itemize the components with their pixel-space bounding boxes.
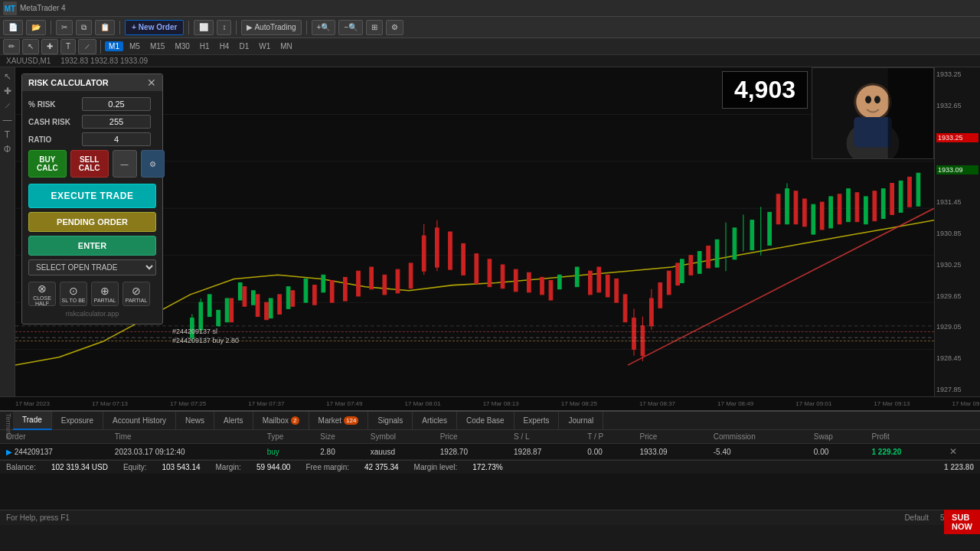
- svg-rect-13: [217, 310, 220, 325]
- hline-tool[interactable]: —: [2, 114, 14, 126]
- partial-btn[interactable]: ⊕ PARTIAL: [91, 282, 119, 306]
- tf-m1[interactable]: M1: [105, 41, 123, 51]
- cursor-tool[interactable]: ↖: [22, 39, 39, 54]
- cell-commission: -5.40: [707, 444, 808, 460]
- crosshair-tool[interactable]: ✚: [2, 85, 14, 97]
- svg-rect-46: [357, 271, 361, 296]
- calc-action-buttons: BUYCALC SELLCALC — ⚙: [28, 150, 156, 178]
- pending-order-btn[interactable]: PENDING ORDER: [28, 212, 156, 232]
- arrow-tool[interactable]: ↖: [2, 70, 14, 83]
- col-tp: T / P: [581, 430, 633, 444]
- tab-codebase[interactable]: Code Base: [457, 412, 514, 430]
- auto-trading-label: AutoTrading: [254, 23, 296, 31]
- tab-alerts[interactable]: Alerts: [214, 412, 253, 430]
- open-btn[interactable]: 📂: [26, 20, 46, 35]
- time-1: 17 Mar 07:13: [92, 400, 128, 407]
- svg-rect-18: [286, 287, 290, 309]
- cash-risk-input[interactable]: [82, 115, 151, 129]
- execute-trade-btn[interactable]: EXECUTE TRADE: [28, 184, 156, 208]
- svg-rect-15: [238, 283, 242, 301]
- svg-rect-77: [803, 199, 807, 227]
- svg-rect-30: [812, 204, 815, 234]
- fib-tool[interactable]: Φ: [2, 143, 14, 155]
- null-btn[interactable]: ⊘ PARTIAL: [122, 282, 150, 306]
- cross-tool[interactable]: ✚: [41, 39, 58, 54]
- paste-btn[interactable]: 📋: [95, 20, 115, 35]
- symbol-bar: XAUUSD,M1 1932.83 1932.83 1933.09: [0, 55, 980, 67]
- svg-rect-104: [888, 68, 933, 159]
- risk-calc-title: RISK CALCULATOR: [28, 78, 109, 87]
- chart-btn1[interactable]: ⬜: [194, 20, 214, 35]
- time-2: 17 Mar 07:25: [170, 400, 206, 407]
- tf-m15[interactable]: M15: [146, 41, 168, 51]
- select-open-trade[interactable]: SELECT OPEN TRADE: [28, 259, 156, 276]
- svg-rect-64: [606, 275, 609, 297]
- sell-calc-btn[interactable]: SELLCALC: [70, 150, 109, 178]
- dash-btn[interactable]: —: [113, 150, 137, 178]
- cell-profit: 1 229.20: [865, 444, 942, 460]
- tab-mailbox[interactable]: Mailbox 2: [253, 412, 309, 430]
- chart-btn2[interactable]: ↕: [217, 20, 231, 35]
- tf-h4[interactable]: H4: [216, 41, 234, 51]
- partial-label: PARTIAL: [94, 298, 116, 303]
- buy-calc-btn[interactable]: BUYCALC: [28, 150, 67, 178]
- template-btn[interactable]: ⚙: [386, 20, 403, 35]
- settings-btn[interactable]: ⚙: [141, 150, 165, 178]
- tab-experts[interactable]: Experts: [514, 412, 560, 430]
- time-12: 17 Mar 09:25: [952, 400, 980, 407]
- col-time: Time: [109, 430, 261, 444]
- tab-articles[interactable]: Articles: [413, 412, 457, 430]
- chart-props-btn[interactable]: ⊞: [366, 20, 383, 35]
- sub-now-label2: NOW: [952, 522, 972, 531]
- ratio-input[interactable]: [82, 132, 151, 146]
- tab-news[interactable]: News: [176, 412, 214, 430]
- tab-trade[interactable]: Trade: [13, 412, 52, 430]
- svg-rect-73: [689, 256, 693, 276]
- risk-percent-input[interactable]: [82, 97, 151, 111]
- tf-m5[interactable]: M5: [126, 41, 144, 51]
- sub-now-btn[interactable]: SUB NOW: [944, 510, 980, 534]
- terminal-tabs: Terminal Trade Exposure Account History …: [0, 412, 980, 430]
- tf-w1[interactable]: W1: [255, 41, 274, 51]
- status-default: Default: [904, 514, 929, 522]
- new-order-btn[interactable]: + New Order: [125, 20, 184, 35]
- svg-rect-81: [873, 191, 877, 221]
- auto-trading-btn[interactable]: ▶ AutoTrading: [241, 20, 301, 35]
- tab-signals[interactable]: Signals: [368, 412, 413, 430]
- chart-canvas[interactable]: RISK CALCULATOR ✕ % RISK CASH RISK RATIO: [15, 67, 934, 396]
- risk-calc-close-btn[interactable]: ✕: [147, 77, 156, 88]
- cell-close-action[interactable]: ✕: [943, 444, 980, 460]
- chart-toolbar: ✏ ↖ ✚ T ⟋ M1 M5 M15 M30 H1 H4 D1 W1 MN: [0, 38, 980, 55]
- close-trade-btn[interactable]: ✕: [949, 446, 957, 457]
- sub-now-label: SUB: [952, 513, 972, 522]
- cut-btn[interactable]: ✂: [56, 20, 73, 35]
- balance-label: Balance:: [6, 463, 36, 471]
- line-tool[interactable]: ⟋: [78, 39, 96, 54]
- svg-rect-79: [838, 194, 841, 224]
- tab-journal[interactable]: Journal: [559, 412, 603, 430]
- line-tool[interactable]: ⟋: [2, 99, 14, 112]
- tab-account-history[interactable]: Account History: [103, 412, 176, 430]
- copy-btn[interactable]: ⧉: [76, 20, 92, 35]
- text-tool[interactable]: T: [60, 39, 76, 54]
- svg-rect-72: [676, 263, 680, 285]
- text-tool[interactable]: T: [2, 129, 14, 141]
- close-half-icon: ⊗: [38, 282, 47, 295]
- free-margin-label: Free margin:: [305, 463, 349, 471]
- price-level-9: 1927.85: [936, 386, 978, 393]
- pencil-tool[interactable]: ✏: [3, 39, 20, 54]
- tf-h1[interactable]: H1: [196, 41, 214, 51]
- zoom-out-btn[interactable]: −🔍: [338, 20, 363, 35]
- col-close: [943, 430, 980, 444]
- new-file-btn[interactable]: 📄: [3, 20, 23, 35]
- tf-d1[interactable]: D1: [235, 41, 253, 51]
- svg-rect-28: [768, 212, 772, 245]
- tf-mn[interactable]: MN: [276, 41, 296, 51]
- tab-market[interactable]: Market 124: [309, 412, 369, 430]
- tab-exposure[interactable]: Exposure: [52, 412, 103, 430]
- zoom-in-btn[interactable]: +🔍: [312, 20, 336, 35]
- sl-to-be-btn[interactable]: ⊙ SL TO BE: [60, 282, 87, 306]
- enter-btn[interactable]: ENTER: [28, 236, 156, 256]
- tf-m30[interactable]: M30: [171, 41, 193, 51]
- close-half-btn[interactable]: ⊗ CLOSE HALF: [28, 282, 56, 306]
